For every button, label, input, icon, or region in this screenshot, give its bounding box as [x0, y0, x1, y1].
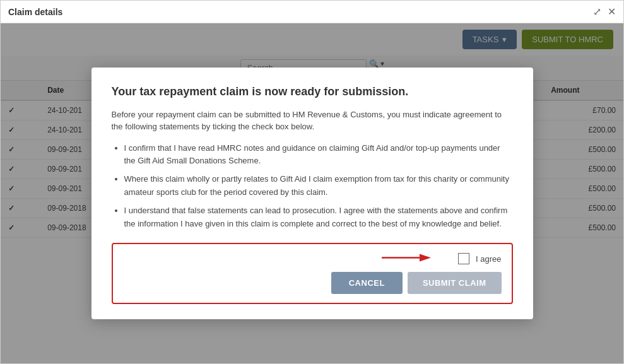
agree-row: I agree: [123, 253, 502, 264]
agree-label[interactable]: I agree: [476, 254, 501, 264]
titlebar: Claim details ⤢ ✕: [1, 1, 623, 23]
close-icon[interactable]: ✕: [608, 7, 616, 17]
modal-dialog: Your tax repayment claim is now ready fo…: [91, 68, 533, 320]
window-controls: ⤢ ✕: [593, 7, 616, 17]
background-content: TASKS ▾ SUBMIT TO HMRC 🔍 ▾ Date: [1, 23, 623, 363]
modal-bullet-1: I confirm that I have read HMRC notes an…: [124, 142, 513, 168]
modal-bullets: I confirm that I have read HMRC notes an…: [112, 142, 513, 231]
modal-title: Your tax repayment claim is now ready fo…: [112, 85, 513, 98]
submit-claim-button[interactable]: SUBMIT CLAIM: [408, 272, 502, 294]
svg-marker-1: [420, 254, 431, 262]
modal-overlay: Your tax repayment claim is now ready fo…: [1, 23, 623, 363]
agree-arrow: [382, 250, 432, 267]
cancel-button[interactable]: CANCEL: [331, 272, 403, 294]
modal-intro: Before your repayment claim can be submi…: [112, 109, 513, 133]
main-window: Claim details ⤢ ✕ TASKS ▾ SUBMIT TO HMRC…: [0, 0, 624, 364]
window-title: Claim details: [8, 7, 62, 17]
modal-bullet-2: Where this claim wholly or partly relate…: [124, 173, 513, 199]
modal-footer: I agree CANCEL SUBMIT CLAIM: [112, 243, 513, 304]
modal-bullet-3: I understand that false statements can l…: [124, 204, 513, 231]
modal-button-row: CANCEL SUBMIT CLAIM: [123, 272, 502, 294]
agree-checkbox[interactable]: [458, 253, 469, 264]
maximize-icon[interactable]: ⤢: [593, 7, 601, 17]
